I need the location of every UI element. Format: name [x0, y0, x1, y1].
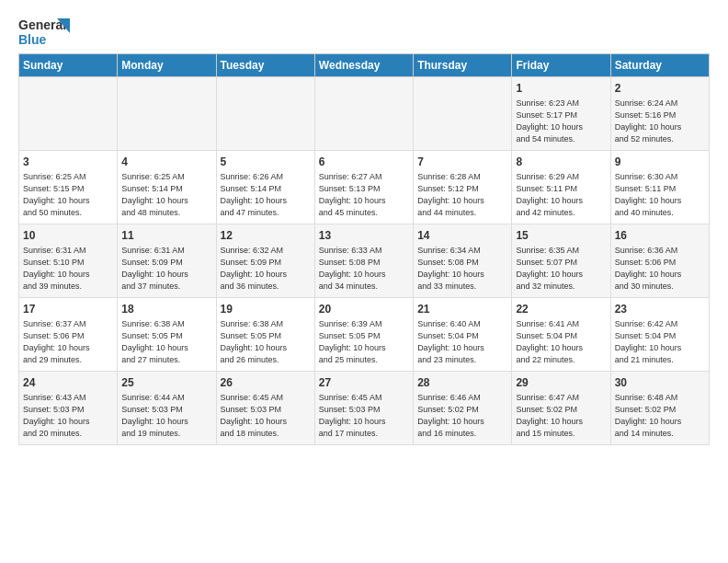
- day-number: 3: [23, 155, 113, 170]
- day-cell: 15Sunrise: 6:35 AM Sunset: 5:07 PM Dayli…: [512, 224, 610, 298]
- day-number: 4: [121, 155, 211, 170]
- day-cell: 4Sunrise: 6:25 AM Sunset: 5:14 PM Daylig…: [118, 151, 216, 224]
- day-info: Sunrise: 6:47 AM Sunset: 5:02 PM Dayligh…: [516, 392, 606, 440]
- day-number: 19: [221, 302, 311, 317]
- day-cell: 3Sunrise: 6:25 AM Sunset: 5:15 PM Daylig…: [19, 151, 118, 224]
- day-cell: 18Sunrise: 6:38 AM Sunset: 5:05 PM Dayli…: [118, 298, 216, 372]
- day-info: Sunrise: 6:32 AM Sunset: 5:09 PM Dayligh…: [221, 245, 311, 293]
- col-header-thursday: Thursday: [414, 54, 512, 77]
- day-cell: 24Sunrise: 6:43 AM Sunset: 5:03 PM Dayli…: [19, 372, 118, 445]
- day-number: 8: [516, 155, 606, 170]
- day-cell: 17Sunrise: 6:37 AM Sunset: 5:06 PM Dayli…: [19, 298, 118, 372]
- day-info: Sunrise: 6:35 AM Sunset: 5:07 PM Dayligh…: [516, 245, 606, 293]
- day-cell: 20Sunrise: 6:39 AM Sunset: 5:05 PM Dayli…: [314, 298, 413, 372]
- day-info: Sunrise: 6:39 AM Sunset: 5:05 PM Dayligh…: [319, 318, 409, 366]
- day-info: Sunrise: 6:48 AM Sunset: 5:02 PM Dayligh…: [615, 392, 705, 440]
- day-cell: 6Sunrise: 6:27 AM Sunset: 5:13 PM Daylig…: [314, 151, 413, 224]
- day-cell: 21Sunrise: 6:40 AM Sunset: 5:04 PM Dayli…: [414, 298, 512, 372]
- day-info: Sunrise: 6:38 AM Sunset: 5:05 PM Dayligh…: [221, 318, 311, 366]
- day-info: Sunrise: 6:46 AM Sunset: 5:02 PM Dayligh…: [417, 392, 507, 440]
- day-cell: 26Sunrise: 6:45 AM Sunset: 5:03 PM Dayli…: [216, 372, 314, 445]
- day-number: 23: [615, 302, 705, 317]
- day-cell: 5Sunrise: 6:26 AM Sunset: 5:14 PM Daylig…: [216, 151, 314, 224]
- day-info: Sunrise: 6:27 AM Sunset: 5:13 PM Dayligh…: [319, 171, 409, 219]
- day-cell: 1Sunrise: 6:23 AM Sunset: 5:17 PM Daylig…: [512, 77, 610, 151]
- day-number: 14: [417, 228, 507, 244]
- day-number: 25: [121, 375, 211, 391]
- day-cell: 12Sunrise: 6:32 AM Sunset: 5:09 PM Dayli…: [216, 224, 314, 298]
- day-number: 11: [121, 228, 211, 244]
- col-header-tuesday: Tuesday: [216, 54, 314, 77]
- header: GeneralBlue: [18, 15, 710, 48]
- day-number: 6: [319, 155, 409, 170]
- day-number: 16: [615, 228, 705, 244]
- col-header-sunday: Sunday: [19, 54, 118, 77]
- day-cell: 13Sunrise: 6:33 AM Sunset: 5:08 PM Dayli…: [314, 224, 413, 298]
- day-info: Sunrise: 6:45 AM Sunset: 5:03 PM Dayligh…: [221, 392, 311, 440]
- day-info: Sunrise: 6:44 AM Sunset: 5:03 PM Dayligh…: [121, 392, 211, 440]
- day-cell: 8Sunrise: 6:29 AM Sunset: 5:11 PM Daylig…: [512, 151, 610, 224]
- day-info: Sunrise: 6:37 AM Sunset: 5:06 PM Dayligh…: [23, 318, 113, 366]
- day-info: Sunrise: 6:41 AM Sunset: 5:04 PM Dayligh…: [516, 318, 606, 366]
- day-cell: 2Sunrise: 6:24 AM Sunset: 5:16 PM Daylig…: [610, 77, 709, 151]
- day-number: 2: [615, 81, 705, 97]
- day-number: 5: [221, 155, 311, 170]
- day-info: Sunrise: 6:25 AM Sunset: 5:15 PM Dayligh…: [23, 171, 113, 219]
- day-info: Sunrise: 6:45 AM Sunset: 5:03 PM Dayligh…: [319, 392, 409, 440]
- day-number: 26: [221, 375, 311, 391]
- day-cell: 7Sunrise: 6:28 AM Sunset: 5:12 PM Daylig…: [414, 151, 512, 224]
- header-row: SundayMondayTuesdayWednesdayThursdayFrid…: [19, 54, 710, 77]
- day-number: 24: [23, 375, 113, 391]
- day-info: Sunrise: 6:24 AM Sunset: 5:16 PM Dayligh…: [615, 98, 705, 145]
- day-number: 20: [319, 302, 409, 317]
- week-row-4: 17Sunrise: 6:37 AM Sunset: 5:06 PM Dayli…: [19, 298, 710, 372]
- day-info: Sunrise: 6:33 AM Sunset: 5:08 PM Dayligh…: [319, 245, 409, 293]
- page: GeneralBlue SundayMondayTuesdayWednesday…: [0, 0, 728, 454]
- day-number: 21: [417, 302, 507, 317]
- day-cell: [118, 77, 216, 151]
- day-info: Sunrise: 6:40 AM Sunset: 5:04 PM Dayligh…: [417, 318, 507, 366]
- day-number: 28: [417, 375, 507, 391]
- day-number: 13: [319, 228, 409, 244]
- day-info: Sunrise: 6:25 AM Sunset: 5:14 PM Dayligh…: [121, 171, 211, 219]
- day-info: Sunrise: 6:23 AM Sunset: 5:17 PM Dayligh…: [516, 98, 606, 145]
- day-cell: 25Sunrise: 6:44 AM Sunset: 5:03 PM Dayli…: [118, 372, 216, 445]
- svg-text:Blue: Blue: [18, 32, 47, 47]
- day-cell: [414, 77, 512, 151]
- logo: GeneralBlue: [18, 15, 74, 48]
- day-info: Sunrise: 6:42 AM Sunset: 5:04 PM Dayligh…: [615, 318, 705, 366]
- day-cell: 10Sunrise: 6:31 AM Sunset: 5:10 PM Dayli…: [19, 224, 118, 298]
- day-cell: 22Sunrise: 6:41 AM Sunset: 5:04 PM Dayli…: [512, 298, 610, 372]
- day-info: Sunrise: 6:38 AM Sunset: 5:05 PM Dayligh…: [121, 318, 211, 366]
- week-row-2: 3Sunrise: 6:25 AM Sunset: 5:15 PM Daylig…: [19, 151, 710, 224]
- day-number: 17: [23, 302, 113, 317]
- day-info: Sunrise: 6:26 AM Sunset: 5:14 PM Dayligh…: [221, 171, 311, 219]
- day-cell: 9Sunrise: 6:30 AM Sunset: 5:11 PM Daylig…: [610, 151, 709, 224]
- day-cell: 16Sunrise: 6:36 AM Sunset: 5:06 PM Dayli…: [610, 224, 709, 298]
- day-info: Sunrise: 6:31 AM Sunset: 5:10 PM Dayligh…: [23, 245, 113, 293]
- day-number: 30: [615, 375, 705, 391]
- day-cell: 27Sunrise: 6:45 AM Sunset: 5:03 PM Dayli…: [314, 372, 413, 445]
- day-info: Sunrise: 6:29 AM Sunset: 5:11 PM Dayligh…: [516, 171, 606, 219]
- day-info: Sunrise: 6:43 AM Sunset: 5:03 PM Dayligh…: [23, 392, 113, 440]
- day-cell: 29Sunrise: 6:47 AM Sunset: 5:02 PM Dayli…: [512, 372, 610, 445]
- day-cell: 28Sunrise: 6:46 AM Sunset: 5:02 PM Dayli…: [414, 372, 512, 445]
- week-row-3: 10Sunrise: 6:31 AM Sunset: 5:10 PM Dayli…: [19, 224, 710, 298]
- day-cell: 11Sunrise: 6:31 AM Sunset: 5:09 PM Dayli…: [118, 224, 216, 298]
- day-number: 15: [516, 228, 606, 244]
- week-row-1: 1Sunrise: 6:23 AM Sunset: 5:17 PM Daylig…: [19, 77, 710, 151]
- day-cell: [216, 77, 314, 151]
- col-header-monday: Monday: [118, 54, 216, 77]
- day-number: 9: [615, 155, 705, 170]
- calendar-table: SundayMondayTuesdayWednesdayThursdayFrid…: [18, 53, 710, 445]
- day-number: 7: [417, 155, 507, 170]
- day-number: 29: [516, 375, 606, 391]
- col-header-friday: Friday: [512, 54, 610, 77]
- day-info: Sunrise: 6:34 AM Sunset: 5:08 PM Dayligh…: [417, 245, 507, 293]
- day-cell: [19, 77, 118, 151]
- day-number: 18: [121, 302, 211, 317]
- day-cell: [314, 77, 413, 151]
- day-number: 10: [23, 228, 113, 244]
- day-info: Sunrise: 6:30 AM Sunset: 5:11 PM Dayligh…: [615, 171, 705, 219]
- col-header-wednesday: Wednesday: [314, 54, 413, 77]
